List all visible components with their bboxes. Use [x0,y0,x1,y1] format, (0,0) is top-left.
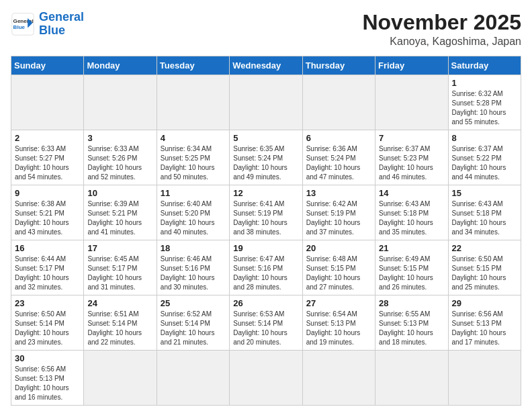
day-number: 2 [15,133,80,143]
day-info: Sunrise: 6:41 AM Sunset: 5:19 PM Dayligh… [233,199,298,237]
day-number: 14 [379,188,444,198]
day-info: Sunrise: 6:42 AM Sunset: 5:19 PM Dayligh… [306,199,371,237]
day-info: Sunrise: 6:52 AM Sunset: 5:14 PM Dayligh… [161,310,226,347]
calendar-cell [448,351,521,406]
day-number: 24 [87,298,152,308]
day-number: 18 [161,243,226,253]
day-info: Sunrise: 6:33 AM Sunset: 5:27 PM Dayligh… [15,144,80,182]
day-info: Sunrise: 6:50 AM Sunset: 5:15 PM Dayligh… [452,255,517,292]
day-info: Sunrise: 6:32 AM Sunset: 5:28 PM Dayligh… [452,89,517,127]
day-number: 28 [379,298,444,308]
day-number: 29 [452,298,517,308]
day-info: Sunrise: 6:48 AM Sunset: 5:15 PM Dayligh… [306,255,371,292]
day-number: 21 [379,243,444,253]
day-number: 16 [15,243,80,253]
day-info: Sunrise: 6:51 AM Sunset: 5:14 PM Dayligh… [87,310,152,347]
day-info: Sunrise: 6:34 AM Sunset: 5:25 PM Dayligh… [161,144,226,182]
calendar-cell: 17Sunrise: 6:45 AM Sunset: 5:17 PM Dayli… [84,240,157,295]
weekday-header-row: SundayMondayTuesdayWednesdayThursdayFrid… [11,56,521,75]
day-info: Sunrise: 6:53 AM Sunset: 5:14 PM Dayligh… [233,310,298,347]
day-info: Sunrise: 6:45 AM Sunset: 5:17 PM Dayligh… [87,255,152,292]
calendar-cell: 3Sunrise: 6:33 AM Sunset: 5:26 PM Daylig… [84,130,157,185]
calendar-table: SundayMondayTuesdayWednesdayThursdayFrid… [11,56,521,406]
day-info: Sunrise: 6:56 AM Sunset: 5:13 PM Dayligh… [15,365,80,402]
day-number: 1 [452,78,517,88]
calendar-cell: 25Sunrise: 6:52 AM Sunset: 5:14 PM Dayli… [157,295,229,351]
calendar-cell: 29Sunrise: 6:56 AM Sunset: 5:13 PM Dayli… [448,295,521,351]
calendar-cell [302,75,375,130]
calendar-cell: 10Sunrise: 6:39 AM Sunset: 5:21 PM Dayli… [84,185,157,240]
calendar-cell: 12Sunrise: 6:41 AM Sunset: 5:19 PM Dayli… [230,185,302,240]
day-number: 3 [87,133,152,143]
calendar-cell: 7Sunrise: 6:37 AM Sunset: 5:23 PM Daylig… [375,130,448,185]
weekday-header-saturday: Saturday [448,56,521,75]
day-info: Sunrise: 6:56 AM Sunset: 5:13 PM Dayligh… [452,310,517,347]
weekday-header-monday: Monday [84,56,157,75]
day-number: 8 [452,133,517,143]
logo-blue: Blue [39,24,65,37]
day-number: 9 [15,188,80,198]
calendar-cell: 6Sunrise: 6:36 AM Sunset: 5:24 PM Daylig… [302,130,375,185]
calendar-week-3: 9Sunrise: 6:38 AM Sunset: 5:21 PM Daylig… [11,185,521,240]
day-number: 25 [161,298,226,308]
calendar-week-4: 16Sunrise: 6:44 AM Sunset: 5:17 PM Dayli… [11,240,521,295]
calendar-cell: 5Sunrise: 6:35 AM Sunset: 5:24 PM Daylig… [230,130,302,185]
calendar-week-6: 30Sunrise: 6:56 AM Sunset: 5:13 PM Dayli… [11,351,521,406]
weekday-header-thursday: Thursday [302,56,375,75]
day-number: 13 [306,188,371,198]
day-info: Sunrise: 6:38 AM Sunset: 5:21 PM Dayligh… [15,199,80,237]
weekday-header-sunday: Sunday [11,56,84,75]
day-number: 22 [452,243,517,253]
calendar-cell [84,351,157,406]
calendar-week-1: 1Sunrise: 6:32 AM Sunset: 5:28 PM Daylig… [11,75,521,130]
day-info: Sunrise: 6:54 AM Sunset: 5:13 PM Dayligh… [306,310,371,347]
logo-icon: General Blue [11,12,35,36]
svg-text:Blue: Blue [13,24,26,30]
weekday-header-friday: Friday [375,56,448,75]
day-number: 17 [87,243,152,253]
calendar-cell: 8Sunrise: 6:37 AM Sunset: 5:22 PM Daylig… [448,130,521,185]
calendar-cell [230,351,302,406]
day-number: 19 [233,243,298,253]
day-info: Sunrise: 6:47 AM Sunset: 5:16 PM Dayligh… [233,255,298,292]
calendar-cell: 18Sunrise: 6:46 AM Sunset: 5:16 PM Dayli… [157,240,229,295]
calendar-cell [230,75,302,130]
day-info: Sunrise: 6:43 AM Sunset: 5:18 PM Dayligh… [379,199,444,237]
day-info: Sunrise: 6:46 AM Sunset: 5:16 PM Dayligh… [161,255,226,292]
day-number: 23 [15,298,80,308]
calendar-cell: 2Sunrise: 6:33 AM Sunset: 5:27 PM Daylig… [11,130,84,185]
title-area: November 2025 Kanoya, Kagoshima, Japan [362,11,521,48]
day-info: Sunrise: 6:35 AM Sunset: 5:24 PM Dayligh… [233,144,298,182]
calendar-cell [11,75,84,130]
calendar-cell [157,75,229,130]
calendar-cell [375,75,448,130]
day-info: Sunrise: 6:37 AM Sunset: 5:22 PM Dayligh… [452,144,517,182]
calendar-cell: 11Sunrise: 6:40 AM Sunset: 5:20 PM Dayli… [157,185,229,240]
day-info: Sunrise: 6:49 AM Sunset: 5:15 PM Dayligh… [379,255,444,292]
day-number: 11 [161,188,226,198]
day-number: 30 [15,353,80,363]
calendar-cell [157,351,229,406]
logo-general: General [39,10,84,24]
day-info: Sunrise: 6:43 AM Sunset: 5:18 PM Dayligh… [452,199,517,237]
weekday-header-wednesday: Wednesday [230,56,302,75]
day-number: 5 [233,133,298,143]
day-info: Sunrise: 6:33 AM Sunset: 5:26 PM Dayligh… [87,144,152,182]
day-info: Sunrise: 6:44 AM Sunset: 5:17 PM Dayligh… [15,255,80,292]
day-number: 26 [233,298,298,308]
calendar-cell: 15Sunrise: 6:43 AM Sunset: 5:18 PM Dayli… [448,185,521,240]
day-number: 6 [306,133,371,143]
day-number: 7 [379,133,444,143]
day-number: 4 [161,133,226,143]
calendar-cell: 27Sunrise: 6:54 AM Sunset: 5:13 PM Dayli… [302,295,375,351]
calendar-cell: 24Sunrise: 6:51 AM Sunset: 5:14 PM Dayli… [84,295,157,351]
calendar-cell: 23Sunrise: 6:50 AM Sunset: 5:14 PM Dayli… [11,295,84,351]
calendar-cell [84,75,157,130]
day-number: 12 [233,188,298,198]
day-number: 15 [452,188,517,198]
logo: General Blue General Blue [11,11,84,38]
calendar-cell: 26Sunrise: 6:53 AM Sunset: 5:14 PM Dayli… [230,295,302,351]
calendar-cell: 16Sunrise: 6:44 AM Sunset: 5:17 PM Dayli… [11,240,84,295]
day-info: Sunrise: 6:40 AM Sunset: 5:20 PM Dayligh… [161,199,226,237]
calendar-cell [375,351,448,406]
